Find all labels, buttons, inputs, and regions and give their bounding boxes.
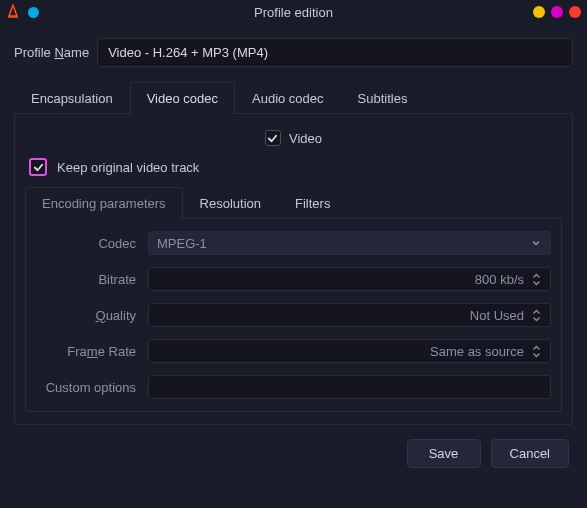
bitrate-label: Bitrate (36, 272, 148, 287)
profile-name-input[interactable] (97, 38, 573, 67)
tab-subtitles[interactable]: Subtitles (341, 82, 425, 114)
spin-arrows[interactable] (532, 345, 542, 358)
codec-value: MPEG-1 (157, 236, 207, 251)
subtab-resolution[interactable]: Resolution (183, 187, 278, 219)
chevron-up-icon (532, 273, 541, 279)
sub-tabs: Encoding parameters Resolution Filters (25, 186, 562, 219)
chevron-down-icon (530, 237, 542, 249)
keep-original-checkbox[interactable] (29, 158, 47, 176)
minimize-button[interactable] (533, 6, 545, 18)
chevron-up-icon (532, 309, 541, 315)
cancel-button[interactable]: Cancel (491, 439, 569, 468)
chevron-down-icon (532, 352, 541, 358)
custom-options-input[interactable] (148, 375, 551, 399)
save-button[interactable]: Save (407, 439, 481, 468)
chevron-up-icon (532, 345, 541, 351)
tab-encapsulation[interactable]: Encapsulation (14, 82, 130, 114)
quality-field[interactable]: Not Used (148, 303, 551, 327)
tab-panel-video-codec: Video Keep original video track Encoding… (14, 114, 573, 425)
spin-arrows[interactable] (532, 273, 542, 286)
profile-name-label: Profile Name (14, 45, 89, 60)
titlebar: Profile edition (0, 0, 587, 24)
close-button[interactable] (569, 6, 581, 18)
framerate-label: Frame Rate (36, 344, 148, 359)
tab-audio-codec[interactable]: Audio codec (235, 82, 341, 114)
video-checkbox-label: Video (289, 131, 322, 146)
quality-value: Not Used (470, 308, 524, 323)
spin-arrows[interactable] (532, 309, 542, 322)
tab-video-codec[interactable]: Video codec (130, 82, 235, 114)
video-checkbox[interactable] (265, 130, 281, 146)
bitrate-field[interactable]: 800 kb/s (148, 267, 551, 291)
codec-label: Codec (36, 236, 148, 251)
chevron-down-icon (532, 316, 541, 322)
window-title: Profile edition (0, 5, 587, 20)
framerate-field[interactable]: Same as source (148, 339, 551, 363)
framerate-value: Same as source (430, 344, 524, 359)
maximize-button[interactable] (551, 6, 563, 18)
subtab-encoding[interactable]: Encoding parameters (25, 187, 183, 219)
main-tabs: Encapsulation Video codec Audio codec Su… (14, 81, 573, 114)
chevron-down-icon (532, 280, 541, 286)
check-icon (33, 162, 44, 173)
check-icon (267, 133, 278, 144)
subtab-filters[interactable]: Filters (278, 187, 347, 219)
codec-select[interactable]: MPEG-1 (148, 231, 551, 255)
quality-label: Quality (36, 308, 148, 323)
custom-options-label: Custom options (36, 380, 148, 395)
encoding-form: Codec MPEG-1 Bitrate 800 kb/s Quality (25, 219, 562, 412)
keep-original-label: Keep original video track (57, 160, 199, 175)
bitrate-value: 800 kb/s (475, 272, 524, 287)
